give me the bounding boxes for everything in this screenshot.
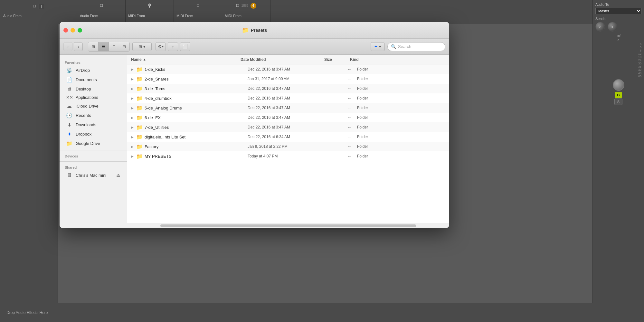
file-expand-icon[interactable]: ▶ xyxy=(131,116,136,119)
file-kind: Folder xyxy=(357,67,389,71)
audio-to-select[interactable]: Master xyxy=(595,8,641,14)
btn-s[interactable]: S xyxy=(614,99,622,105)
sidebar-item-icloud[interactable]: ☁ iCloud Drive xyxy=(61,101,126,111)
scroll-thumb[interactable] xyxy=(160,224,416,227)
folder-icon: 📁 xyxy=(136,105,143,111)
file-expand-icon[interactable]: ▶ xyxy=(131,87,136,90)
view-column-icon: ⊡ xyxy=(112,44,116,49)
sidebar-item-applications[interactable]: ✕✕ Applications xyxy=(61,93,126,101)
eject-icon[interactable]: ⏏ xyxy=(116,173,120,178)
back-icon: ‹ xyxy=(67,44,69,49)
file-expand-icon[interactable]: ▶ xyxy=(131,155,136,158)
sidebar-item-macmini[interactable]: 🖥 Chris's Mac mini ⏏ xyxy=(61,171,126,180)
file-expand-icon[interactable]: ▶ xyxy=(131,145,136,148)
sidebar-item-downloads[interactable]: ⬇ Downloads xyxy=(61,120,126,129)
view-coverflow-btn[interactable]: ⊟ xyxy=(119,42,129,51)
table-row[interactable]: ▶ 📁 1-de_Kicks Dec 22, 2016 at 3:47 AM -… xyxy=(127,64,449,74)
file-expand-icon[interactable]: ▶ xyxy=(131,135,136,139)
recents-icon: 🕒 xyxy=(66,112,72,118)
file-kind: Folder xyxy=(357,106,389,110)
file-expand-icon[interactable]: ▶ xyxy=(131,68,136,71)
applications-icon: ✕✕ xyxy=(66,95,72,100)
sidebar-item-recents[interactable]: 🕒 Recents xyxy=(61,111,126,120)
col-date-label: Date Modified xyxy=(241,57,266,62)
dropbox-arrow-icon: ▾ xyxy=(379,44,381,49)
file-expand-icon[interactable]: ▶ xyxy=(131,126,136,129)
sidebar-item-documents[interactable]: 📄 Documents xyxy=(61,75,126,84)
table-row[interactable]: ▶ 📁 3-de_Toms Dec 22, 2016 at 3:47 AM --… xyxy=(127,84,449,93)
col-header-size[interactable]: Size xyxy=(324,57,350,62)
table-row[interactable]: ▶ 📁 7-de_Utilities Dec 22, 2016 at 3:47 … xyxy=(127,122,449,132)
table-row[interactable]: ▶ 📁 MY PRESETS Today at 4:07 PM -- Folde… xyxy=(127,151,449,161)
gear-icon: ⚙ xyxy=(158,44,162,49)
dropbox-sidebar-icon: ✦ xyxy=(66,131,72,137)
close-button[interactable] xyxy=(63,28,68,33)
arrange-button[interactable]: ⊞ ▾ xyxy=(132,42,152,51)
file-name: 4-de_drumbox xyxy=(145,96,248,101)
track-label-3: MIDI From xyxy=(128,14,145,18)
file-expand-icon[interactable]: ▶ xyxy=(131,97,136,100)
back-button[interactable]: ‹ xyxy=(63,42,72,51)
dropbox-button[interactable]: ✦ ▾ xyxy=(371,42,385,51)
share-icon: ↑ xyxy=(172,44,174,49)
file-date: Dec 22, 2016 at 3:47 AM xyxy=(248,67,331,71)
file-date: Dec 22, 2016 at 3:47 AM xyxy=(248,125,331,129)
file-size: -- xyxy=(331,125,357,129)
file-kind: Folder xyxy=(357,115,389,120)
col-header-kind[interactable]: Kind xyxy=(350,57,382,62)
sidebar-item-label-googledrive: Google Drive xyxy=(76,141,100,146)
file-list-header: Name ▲ Date Modified Size Kind xyxy=(127,55,449,64)
table-row[interactable]: ▶ 📁 4-de_drumbox Dec 22, 2016 at 3:47 AM… xyxy=(127,93,449,103)
file-name: Factory xyxy=(145,144,248,149)
sidebar-item-dropbox[interactable]: ✦ Dropbox xyxy=(61,129,126,139)
table-row[interactable]: ▶ 📁 2-de_Snares Jan 31, 2017 at 9:00 AM … xyxy=(127,74,449,84)
airdrop-icon: 📡 xyxy=(66,67,72,73)
table-row[interactable]: ▶ 📁 6-de_FX Dec 22, 2016 at 3:47 AM -- F… xyxy=(127,113,449,122)
favorites-label: Favorites xyxy=(60,59,127,66)
table-row[interactable]: ▶ 📁 5-de_Analog Drums Dec 22, 2016 at 3:… xyxy=(127,103,449,113)
sidebar-item-googledrive[interactable]: 📁 Google Drive xyxy=(61,139,126,148)
col-size-label: Size xyxy=(324,57,332,62)
file-kind: Folder xyxy=(357,154,389,158)
file-date: Dec 22, 2016 at 3:47 AM xyxy=(248,96,331,100)
file-expand-icon[interactable]: ▶ xyxy=(131,106,136,110)
file-kind: Folder xyxy=(357,77,389,81)
audio-to-label: Audio To xyxy=(595,3,641,6)
dropbox-icon: ✦ xyxy=(374,44,378,49)
file-size: -- xyxy=(331,77,357,81)
file-size: -- xyxy=(331,86,357,91)
sidebar-item-label-airdrop: AirDrop xyxy=(76,68,90,73)
mic-icon: 🎙 xyxy=(147,3,152,9)
sidebar-item-desktop[interactable]: 🖥 Desktop xyxy=(61,84,126,93)
share-button[interactable]: ↑ xyxy=(168,42,178,51)
col-header-date[interactable]: Date Modified xyxy=(241,57,324,62)
file-date: Dec 22, 2016 at 3:47 AM xyxy=(248,115,331,120)
settings-button[interactable]: ⚙ ▾ xyxy=(156,42,166,51)
file-expand-icon[interactable]: ▶ xyxy=(131,77,136,81)
tag-button[interactable]: ⬜ xyxy=(180,42,190,51)
col-header-name[interactable]: Name ▲ xyxy=(131,57,241,62)
scroll-bar-area[interactable] xyxy=(127,223,449,228)
sidebar-item-airdrop[interactable]: 📡 AirDrop xyxy=(61,66,126,75)
sidebar-item-label-dropbox: Dropbox xyxy=(76,132,91,137)
view-list-btn[interactable]: ☰ xyxy=(99,42,109,51)
folder-icon: 📁 xyxy=(136,95,143,101)
forward-button[interactable]: › xyxy=(74,42,83,51)
sidebar-item-label-desktop: Desktop xyxy=(76,87,91,91)
track-label-2: Audio From xyxy=(80,14,98,18)
send-a-knob[interactable]: A xyxy=(595,22,605,32)
sidebar-item-label-downloads: Downloads xyxy=(76,122,96,127)
search-box[interactable]: 🔍 Search xyxy=(387,42,445,51)
send-b-knob[interactable]: B xyxy=(608,22,617,32)
file-size: -- xyxy=(331,135,357,139)
view-column-btn[interactable]: ⊡ xyxy=(109,42,119,51)
view-icon-btn[interactable]: ⊞ xyxy=(88,42,99,51)
table-row[interactable]: ▶ 📁 Factory Jan 9, 2018 at 2:22 PM -- Fo… xyxy=(127,142,449,151)
minimize-button[interactable] xyxy=(71,28,75,33)
folder-icon: 📁 xyxy=(136,134,143,140)
btn-b[interactable]: B xyxy=(615,92,622,98)
view-list-icon: ☰ xyxy=(102,44,105,49)
maximize-button[interactable] xyxy=(78,28,82,33)
table-row[interactable]: ▶ 📁 digitalele...nts Lite Set Dec 22, 20… xyxy=(127,132,449,142)
fader-knob[interactable] xyxy=(613,79,624,91)
